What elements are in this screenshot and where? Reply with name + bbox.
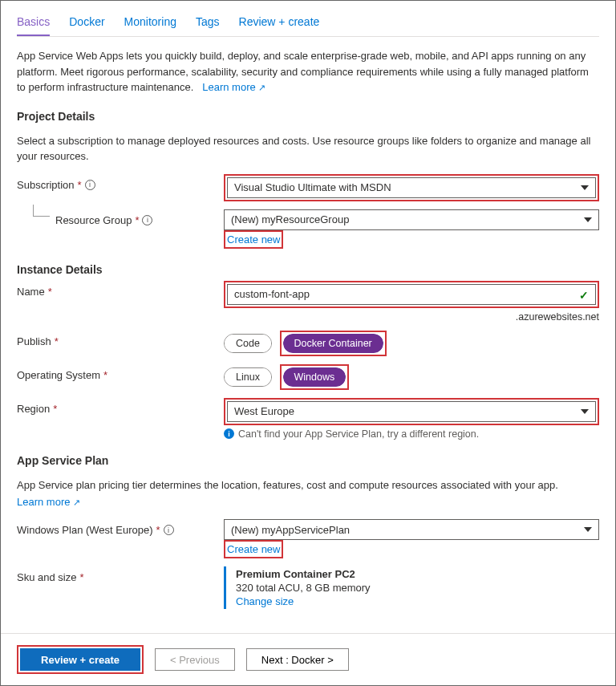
name-suffix: .azurewebsites.net [224, 311, 599, 323]
tab-review-create[interactable]: Review + create [239, 9, 320, 36]
subscription-value: Visual Studio Ultimate with MSDN [234, 181, 391, 193]
highlight-box: Docker Container [280, 331, 387, 356]
sku-title: Premium Container PC2 [236, 568, 599, 580]
os-label: Operating System [17, 369, 100, 381]
region-hint-text: Can't find your App Service Plan, try a … [238, 428, 479, 440]
tab-monitoring[interactable]: Monitoring [124, 9, 176, 36]
previous-button: < Previous [155, 648, 235, 671]
required-marker: * [48, 286, 52, 298]
region-label: Region [17, 403, 50, 415]
publish-docker-option[interactable]: Docker Container [283, 334, 383, 353]
resource-group-value: (New) myResourceGroup [231, 213, 349, 225]
windows-plan-label: Windows Plan (West Europe) [17, 524, 153, 536]
create-new-plan-link[interactable]: Create new [227, 543, 280, 555]
chevron-down-icon [584, 217, 592, 222]
change-size-link[interactable]: Change size [236, 595, 294, 607]
region-select[interactable]: West Europe [227, 401, 596, 422]
footer-bar: Review + create < Previous Next : Docker… [1, 633, 615, 685]
app-service-plan-heading: App Service Plan [17, 454, 599, 467]
create-new-rg-link[interactable]: Create new [227, 233, 280, 246]
tab-bar: Basics Docker Monitoring Tags Review + c… [17, 9, 599, 37]
highlight-box: Windows [280, 364, 350, 390]
project-details-desc: Select a subscription to manage deployed… [17, 133, 599, 164]
create-webapp-form: Basics Docker Monitoring Tags Review + c… [0, 0, 616, 686]
plan-desc: App Service plan pricing tier determines… [17, 477, 599, 493]
windows-plan-value: (New) myAppServicePlan [231, 524, 350, 536]
highlight-box: West Europe [224, 398, 599, 425]
required-marker: * [135, 214, 139, 226]
os-toggle: Linux [224, 367, 272, 387]
region-value: West Europe [234, 405, 294, 417]
region-hint: i Can't find your App Service Plan, try … [224, 428, 599, 440]
next-docker-button[interactable]: Next : Docker > [246, 648, 349, 671]
tab-docker[interactable]: Docker [69, 9, 104, 36]
required-marker: * [78, 179, 82, 191]
info-icon[interactable]: i [85, 180, 95, 190]
chevron-down-icon [581, 409, 589, 414]
subscription-label: Subscription [17, 179, 75, 191]
highlight-box: Review + create [17, 645, 144, 674]
tab-tags[interactable]: Tags [196, 9, 220, 36]
check-icon: ✓ [579, 289, 589, 302]
name-label: Name [17, 286, 45, 298]
os-windows-option[interactable]: Windows [283, 367, 346, 387]
chevron-down-icon [581, 185, 589, 190]
plan-learn-more-link[interactable]: Learn more [17, 496, 80, 508]
sku-info-box: Premium Container PC2 320 total ACU, 8 G… [224, 566, 599, 609]
review-create-button[interactable]: Review + create [20, 648, 140, 671]
intro-body: App Service Web Apps lets you quickly bu… [17, 50, 589, 93]
required-marker: * [103, 369, 107, 381]
subscription-select[interactable]: Visual Studio Ultimate with MSDN [227, 177, 596, 198]
highlight-box: Create new [224, 230, 283, 249]
publish-code-option[interactable]: Code [225, 335, 271, 352]
instance-details-heading: Instance Details [17, 263, 599, 276]
tab-basics[interactable]: Basics [17, 9, 50, 36]
resource-group-label: Resource Group [55, 214, 132, 226]
app-name-input[interactable]: custom-font-app ✓ [227, 284, 596, 305]
info-icon: i [224, 428, 234, 439]
intro-text: App Service Web Apps lets you quickly bu… [17, 48, 599, 95]
required-marker: * [53, 403, 57, 415]
windows-plan-select[interactable]: (New) myAppServicePlan [224, 519, 599, 540]
chevron-down-icon [584, 527, 592, 532]
app-name-value: custom-font-app [234, 288, 310, 300]
required-marker: * [55, 335, 59, 347]
project-details-heading: Project Details [17, 110, 599, 123]
os-linux-option[interactable]: Linux [225, 368, 271, 386]
publish-label: Publish [17, 335, 51, 347]
required-marker: * [79, 571, 83, 583]
publish-toggle: Code [224, 334, 272, 353]
highlight-box: custom-font-app ✓ [224, 281, 599, 308]
resource-group-select[interactable]: (New) myResourceGroup [224, 209, 599, 230]
sku-detail: 320 total ACU, 8 GB memory [236, 582, 599, 594]
required-marker: * [156, 524, 160, 536]
intro-learn-more-link[interactable]: Learn more [202, 81, 265, 93]
highlight-box: Visual Studio Ultimate with MSDN [224, 174, 599, 201]
sku-label: Sku and size [17, 571, 76, 583]
info-icon[interactable]: i [164, 525, 174, 535]
info-icon[interactable]: i [142, 215, 152, 225]
highlight-box: Create new [224, 540, 283, 558]
